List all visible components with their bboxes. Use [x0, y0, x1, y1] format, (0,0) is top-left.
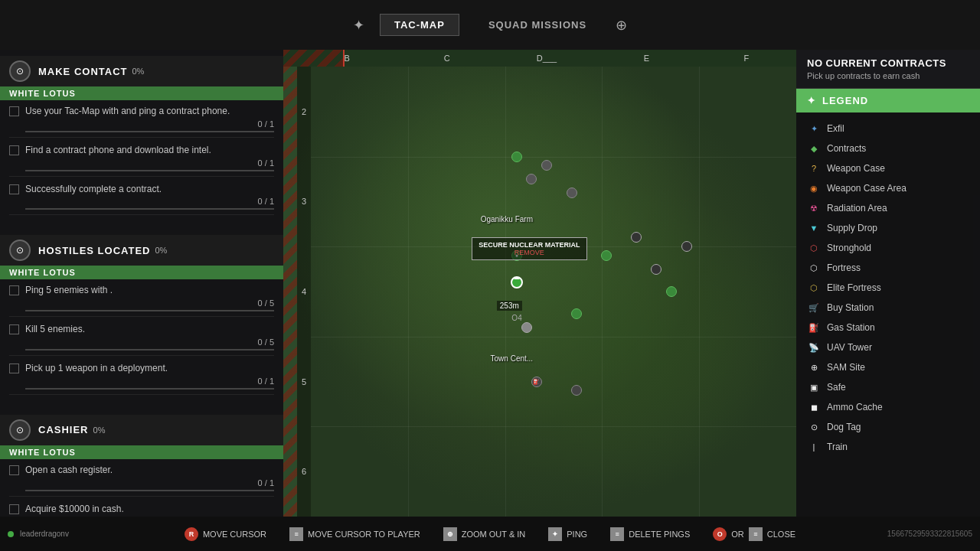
- legend-item-16: |Train: [807, 437, 969, 457]
- right-icon: ⊕: [616, 17, 627, 34]
- obj-title: SECURE NUCLEAR MATERIAL: [479, 241, 580, 249]
- zoom-btn[interactable]: ⊕: [443, 527, 457, 541]
- progress-bar-hostiles-located-2: [25, 388, 274, 390]
- mission-title-block-cashier: CASHIER0%: [38, 424, 274, 435]
- task-checkbox-hostiles-located-1[interactable]: [9, 324, 19, 334]
- map-area[interactable]: B C D___ E F 2 3 4 5 6 Oganikku Farm SEC…: [283, 50, 796, 517]
- progress-bar-make-contact-2: [25, 208, 274, 210]
- legend-name-10: Gas Station: [827, 322, 875, 333]
- legend-item-14: ◼Ammo Cache: [807, 397, 969, 417]
- mission-faction-make-contact: WHITE LOTUS: [0, 86, 283, 100]
- task-progress-make-contact-2: 0 / 1: [9, 197, 274, 206]
- zoom-label: ZOOM OUT & IN: [462, 530, 526, 539]
- left-panel: ⊙MAKE CONTACT0%WHITE LOTUSUse your Tac-M…: [0, 50, 283, 517]
- legend-icon-10: ⛽: [807, 321, 821, 334]
- legend-name-5: Supply Drop: [827, 223, 877, 233]
- map-label-town: Town Cent...: [491, 354, 534, 363]
- legend-name-1: Contracts: [827, 143, 866, 154]
- marker-1: [526, 174, 537, 184]
- task-checkbox-hostiles-located-0[interactable]: [9, 285, 19, 295]
- map-terrain: 2 3 4 5 6 Oganikku Farm SECURE NUCLEAR M…: [297, 67, 796, 517]
- task-checkbox-make-contact-0[interactable]: [9, 106, 19, 116]
- bottom-bar: leaderdragonv R MOVE CURSOR ≡ MOVE CURSO…: [0, 517, 980, 551]
- legend-item-5: ▼Supply Drop: [807, 218, 969, 238]
- legend-icon-0: ✦: [807, 122, 821, 135]
- legend-icon: ✦: [807, 95, 816, 106]
- move-cursor-btn[interactable]: R: [185, 527, 198, 541]
- mission-tasks-make-contact: Use your Tac-Map with and ping a contrac…: [0, 100, 283, 226]
- task-row-cashier-0: Open a cash register.: [9, 464, 274, 477]
- legend-icon-15: ⊙: [807, 420, 821, 434]
- tab-tac-map[interactable]: TAC-MAP: [380, 14, 459, 36]
- ping-item: ✦ PING: [548, 527, 587, 541]
- task-text-cashier-0: Open a cash register.: [25, 464, 274, 477]
- col-e: E: [596, 50, 696, 67]
- task-progress-hostiles-located-2: 0 / 1: [9, 377, 274, 386]
- task-progress-make-contact-0: 0 / 1: [9, 119, 274, 129]
- task-text-hostiles-located-2: Pick up 1 weapon in a deployment.: [25, 362, 274, 375]
- task-row-cashier-1: Acquire $10000 in cash.: [9, 503, 274, 516]
- delete-pings-btn[interactable]: ≡: [610, 527, 624, 541]
- close-btn-o[interactable]: O: [713, 527, 727, 541]
- legend-icon-12: ⊕: [807, 360, 821, 374]
- legend-icon-6: ⬡: [807, 241, 821, 255]
- top-bar: ✦ TAC-MAP SQUAD MISSIONS ⊕: [0, 0, 980, 50]
- or-label: OR: [731, 530, 744, 539]
- task-checkbox-make-contact-1[interactable]: [9, 145, 19, 155]
- task-progress-hostiles-located-0: 0 / 5: [9, 298, 274, 308]
- mission-title-block-make-contact: MAKE CONTACT0%: [38, 66, 274, 77]
- player-dot: [8, 531, 14, 537]
- map-col-labels: B C D___ E F: [283, 50, 796, 67]
- close-btn-menu[interactable]: ≡: [749, 527, 763, 541]
- marker-5: [631, 232, 642, 243]
- legend-item-6: ⬡Stronghold: [807, 238, 969, 258]
- right-panel: NO CURRENT CONTRACTS Pick up contracts t…: [796, 50, 980, 517]
- zoom-item: ⊕ ZOOM OUT & IN: [443, 527, 526, 541]
- grid-v2: [505, 67, 506, 517]
- tab-squad-missions[interactable]: SQUAD MISSIONS: [475, 15, 600, 35]
- distance-label: 253m: [497, 301, 522, 311]
- task-checkbox-cashier-0[interactable]: [9, 465, 19, 475]
- task-text-hostiles-located-1: Kill 5 enemies.: [25, 323, 274, 336]
- task-item-cashier-1: Acquire $10000 in cash.0 / 10000: [9, 503, 274, 517]
- move-cursor-player-btn[interactable]: ≡: [289, 527, 303, 541]
- grid-v3: [602, 67, 603, 517]
- task-text-make-contact-2: Successfully complete a contract.: [25, 183, 274, 196]
- legend-item-15: ⊙Dog Tag: [807, 417, 969, 437]
- mission-obj-box: SECURE NUCLEAR MATERIAL REMOVE: [472, 237, 586, 260]
- task-text-make-contact-0: Use your Tac-Map with and ping a contrac…: [25, 105, 274, 118]
- legend-item-12: ⊕SAM Site: [807, 357, 969, 377]
- legend-item-4: ☢Radiation Area: [807, 198, 969, 218]
- move-cursor-label: MOVE CURSOR: [203, 530, 266, 539]
- legend-icon-14: ◼: [807, 400, 821, 414]
- grid-h1: [311, 157, 796, 158]
- task-checkbox-make-contact-2[interactable]: [9, 184, 19, 194]
- task-row-make-contact-1: Find a contract phone and download the i…: [9, 144, 274, 157]
- task-row-make-contact-0: Use your Tac-Map with and ping a contrac…: [9, 105, 274, 118]
- task-row-hostiles-located-1: Kill 5 enemies.: [9, 323, 274, 336]
- row-6: 6: [297, 426, 311, 517]
- mission-name-cashier: CASHIER: [38, 424, 89, 435]
- player-name: leaderdragonv: [20, 530, 69, 538]
- grid-v1: [408, 67, 409, 517]
- move-cursor-player-item: ≡ MOVE CURSOR TO PLAYER: [289, 527, 420, 541]
- grid-h3: [311, 337, 796, 337]
- move-cursor-item: R MOVE CURSOR: [185, 527, 266, 541]
- task-checkbox-cashier-1[interactable]: [9, 504, 19, 514]
- ping-btn[interactable]: ✦: [548, 527, 562, 541]
- mission-icon-make-contact: ⊙: [9, 60, 31, 82]
- legend-name-0: Exfil: [827, 123, 844, 134]
- task-row-make-contact-2: Successfully complete a contract.: [9, 183, 274, 196]
- left-icon: ✦: [353, 17, 364, 34]
- delete-pings-label: DELETE PINGS: [629, 530, 690, 539]
- legend-icon-5: ▼: [807, 221, 821, 235]
- marker-10: [571, 308, 582, 319]
- mission-cashier: ⊙CASHIER0%WHITE LOTUSOpen a cash registe…: [0, 415, 283, 517]
- row-5: 5: [297, 337, 311, 427]
- task-text-cashier-1: Acquire $10000 in cash.: [25, 503, 274, 516]
- legend-name-16: Train: [827, 442, 848, 452]
- task-checkbox-hostiles-located-2[interactable]: [9, 364, 19, 373]
- close-item: O OR ≡ CLOSE: [713, 527, 795, 541]
- close-label: CLOSE: [767, 530, 795, 539]
- bottom-left-info: leaderdragonv: [8, 517, 69, 551]
